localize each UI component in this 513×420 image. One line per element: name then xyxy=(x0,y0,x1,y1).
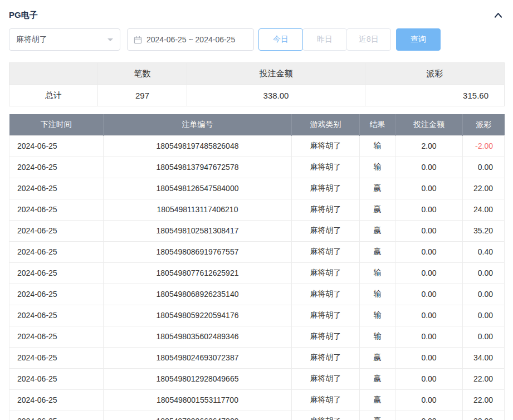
cell-bet-time: 2024-06-25 xyxy=(9,347,104,368)
summary-total-label: 总计 xyxy=(9,85,98,106)
cell-payout: 0.00 xyxy=(463,262,505,284)
cell-bet-id: 1805498102581308417 xyxy=(104,220,292,241)
cell-result: 输 xyxy=(360,326,395,347)
cell-payout: 22.00 xyxy=(463,389,505,411)
column-header-bet-amount: 投注金额 xyxy=(395,114,463,135)
cell-payout: 0.00 xyxy=(463,305,505,326)
cell-bet-time: 2024-06-25 xyxy=(9,135,104,157)
table-row: 2024-06-25 1805498068926235140 麻将胡了 输 0.… xyxy=(9,284,505,305)
collapse-button[interactable] xyxy=(492,9,504,21)
summary-total-count: 297 xyxy=(98,85,187,106)
cell-game-type: 麻将胡了 xyxy=(292,284,360,305)
summary-header-payout: 派彩 xyxy=(365,63,505,85)
cell-bet-id: 1805498001553117700 xyxy=(104,389,292,411)
cell-bet-id: 1805498012928049665 xyxy=(104,368,292,389)
cell-bet-time: 2024-06-25 xyxy=(9,157,104,178)
cell-bet-amount: 0.00 xyxy=(395,411,463,420)
cell-bet-time: 2024-06-25 xyxy=(9,284,104,305)
summary-table: 笔数 投注金额 派彩 总计 297 338.00 315.60 xyxy=(9,62,505,106)
cell-bet-id: 1805498068926235140 xyxy=(104,284,292,305)
cell-game-type: 麻将胡了 xyxy=(292,157,360,178)
cell-payout: 0.00 xyxy=(463,326,505,347)
cell-bet-id: 1805497990662647809 xyxy=(104,411,292,420)
quick-button-last-8-days[interactable]: 近8日 xyxy=(346,28,391,51)
cell-bet-id: 1805498086919767557 xyxy=(104,241,292,262)
table-row: 2024-06-25 1805498126547584000 麻将胡了 赢 0.… xyxy=(9,178,505,199)
table-row: 2024-06-25 1805498113117406210 麻将胡了 赢 0.… xyxy=(9,199,505,220)
cell-bet-time: 2024-06-25 xyxy=(9,178,104,199)
summary-header-empty xyxy=(9,63,98,85)
cell-result: 赢 xyxy=(360,389,395,411)
cell-game-type: 麻将胡了 xyxy=(292,135,360,157)
calendar-icon xyxy=(134,36,142,44)
cell-bet-amount: 0.00 xyxy=(395,389,463,411)
cell-result: 输 xyxy=(360,262,395,284)
pg-game-panel: PG电子 麻将胡了 2024-06-25 ~ 2024-06-25 今日 昨日 … xyxy=(0,0,513,420)
cell-game-type: 麻将胡了 xyxy=(292,368,360,389)
cell-bet-time: 2024-06-25 xyxy=(9,389,104,411)
panel-header: PG电子 xyxy=(9,0,504,22)
cell-bet-amount: 0.00 xyxy=(395,178,463,199)
panel-title: PG电子 xyxy=(9,10,38,21)
cell-bet-amount: 0.00 xyxy=(395,368,463,389)
cell-game-type: 麻将胡了 xyxy=(292,326,360,347)
quick-button-today[interactable]: 今日 xyxy=(258,28,303,51)
table-row: 2024-06-25 1805498035602489346 麻将胡了 输 0.… xyxy=(9,326,505,347)
cell-result: 赢 xyxy=(360,178,395,199)
cell-result: 输 xyxy=(360,157,395,178)
summary-total-bet-amount: 338.00 xyxy=(187,85,365,106)
cell-bet-amount: 0.00 xyxy=(395,220,463,241)
cell-game-type: 麻将胡了 xyxy=(292,262,360,284)
summary-total-row: 总计 297 338.00 315.60 xyxy=(9,85,505,106)
cell-result: 赢 xyxy=(360,241,395,262)
cell-bet-id: 1805498059220594176 xyxy=(104,305,292,326)
cell-bet-time: 2024-06-25 xyxy=(9,220,104,241)
game-select[interactable]: 麻将胡了 xyxy=(9,28,120,51)
cell-bet-id: 1805498126547584000 xyxy=(104,178,292,199)
cell-game-type: 麻将胡了 xyxy=(292,347,360,368)
summary-header-bet-amount: 投注金额 xyxy=(187,63,365,85)
cell-result: 输 xyxy=(360,284,395,305)
cell-bet-amount: 0.00 xyxy=(395,284,463,305)
cell-bet-id: 1805498077612625921 xyxy=(104,262,292,284)
cell-bet-amount: 2.00 xyxy=(395,135,463,157)
cell-bet-id: 1805498024693072387 xyxy=(104,347,292,368)
cell-result: 赢 xyxy=(360,411,395,420)
cell-bet-time: 2024-06-25 xyxy=(9,305,104,326)
date-range-picker[interactable]: 2024-06-25 ~ 2024-06-25 xyxy=(127,28,254,51)
cell-payout: 0.40 xyxy=(463,241,505,262)
table-row: 2024-06-25 1805497990662647809 麻将胡了 赢 0.… xyxy=(9,411,505,420)
summary-total-payout: 315.60 xyxy=(365,85,505,106)
column-header-result: 结果 xyxy=(360,114,395,135)
table-row: 2024-06-25 1805498024693072387 麻将胡了 赢 0.… xyxy=(9,347,505,368)
cell-game-type: 麻将胡了 xyxy=(292,411,360,420)
table-row: 2024-06-25 1805498137947672578 麻将胡了 输 0.… xyxy=(9,157,505,178)
cell-payout: 22.00 xyxy=(463,411,505,420)
cell-payout: 22.00 xyxy=(463,368,505,389)
cell-bet-id: 1805498197485826048 xyxy=(104,135,292,157)
cell-bet-time: 2024-06-25 xyxy=(9,241,104,262)
cell-game-type: 麻将胡了 xyxy=(292,199,360,220)
table-row: 2024-06-25 1805498059220594176 麻将胡了 输 0.… xyxy=(9,305,505,326)
cell-bet-amount: 0.00 xyxy=(395,157,463,178)
cell-payout: -2.00 xyxy=(463,135,505,157)
cell-bet-amount: 0.00 xyxy=(395,199,463,220)
game-select-value: 麻将胡了 xyxy=(16,35,47,45)
quick-button-yesterday[interactable]: 昨日 xyxy=(302,28,347,51)
cell-bet-time: 2024-06-25 xyxy=(9,199,104,220)
cell-result: 赢 xyxy=(360,199,395,220)
cell-bet-amount: 0.00 xyxy=(395,241,463,262)
cell-result: 赢 xyxy=(360,220,395,241)
cell-game-type: 麻将胡了 xyxy=(292,241,360,262)
cell-game-type: 麻将胡了 xyxy=(292,305,360,326)
cell-payout: 22.00 xyxy=(463,178,505,199)
cell-game-type: 麻将胡了 xyxy=(292,178,360,199)
cell-bet-amount: 0.00 xyxy=(395,347,463,368)
chevron-up-icon xyxy=(494,12,502,18)
cell-bet-time: 2024-06-25 xyxy=(9,368,104,389)
cell-payout: 35.20 xyxy=(463,220,505,241)
filter-bar: 麻将胡了 2024-06-25 ~ 2024-06-25 今日 昨日 近8日 查… xyxy=(9,28,504,51)
column-header-game-type: 游戏类别 xyxy=(292,114,360,135)
summary-header-count: 笔数 xyxy=(98,63,187,85)
search-button[interactable]: 查询 xyxy=(396,28,441,51)
